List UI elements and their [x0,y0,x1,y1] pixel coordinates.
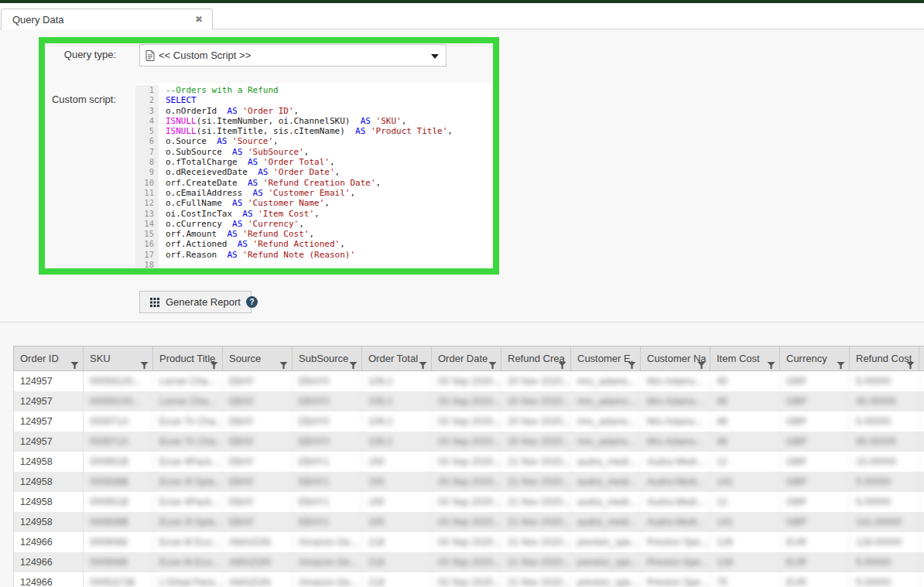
redacted-cell: 20 Nov 2020... [501,391,571,411]
redacted-cell: preston_spe... [571,552,641,572]
filter-icon[interactable] [767,354,775,370]
table-row[interactable]: 12495700059100...Lerner Cha...EBAYEBAY01… [14,391,924,411]
redacted-cell: Amazon Ge... [293,552,362,572]
table-row[interactable]: 124957000971AEcoe Tri Cha...EBAYEBAY0106… [14,432,924,452]
redacted-cell: GBP [780,452,850,472]
redacted-cell: Amazon Ge... [293,572,362,587]
column-header-order-date[interactable]: Order Date [432,346,501,370]
redacted-cell: 000938B [84,512,153,532]
column-header-subsource[interactable]: SubSource [293,346,362,370]
code-text: o.cFullName AS 'Customer Name', [159,198,330,208]
filter-icon[interactable] [279,354,288,370]
help-icon[interactable]: ? [246,296,258,308]
column-header-refund-cost[interactable]: Refund Cost [850,346,919,370]
results-section: Order IDSKUProduct TitleSourceSubSourceO… [0,323,924,587]
column-header-refund-crea[interactable]: Refund Crea [501,346,571,370]
redacted-cell: 00059100... [84,391,153,411]
column-header-sku[interactable]: SKU [84,346,153,370]
custom-script-editor[interactable]: 1--Orders with a Refund2SELECT3o.nOrderI… [135,84,499,269]
redacted-cell: 000971A [84,432,153,452]
table-row[interactable]: 1249660009068Ecoe 8t Eco...AMAZONAmazon … [14,532,924,552]
query-type-dropdown[interactable]: << Custom Script >> [139,44,447,67]
line-number: 10 [135,178,159,188]
filter-icon[interactable] [906,354,915,370]
redacted-cell [919,452,924,472]
redacted-cell: 03 Sep 2020... [432,472,501,492]
order-id-cell: 124958 [14,492,84,512]
redacted-cell: 141 [710,472,780,492]
column-header-label: Order Date [438,353,488,364]
redacted-cell: audra_medi... [571,472,641,492]
filter-icon[interactable] [488,354,497,370]
redacted-cell: Preston Spe... [641,532,710,552]
redacted-cell: 21 Nov 2020... [501,512,571,532]
column-header-item-cost[interactable]: Item Cost [710,346,780,370]
code-line: 9o.dReceievedDate AS 'Order Date', [135,167,499,177]
table-row[interactable]: 124958000951BEcoe 4Pack...EBAYEBAY115003… [14,492,924,512]
redacted-cell: 03 Sep 2020... [432,371,501,391]
redacted-cell: Mrs Adams... [641,432,710,452]
redacted-cell: EBAY0 [293,411,362,432]
grid-body: 12495700059100...Lerner Cha...EBAYEBAY01… [13,371,924,587]
table-row[interactable]: 12495700059100...Lerner Cha...EBAYEBAY01… [14,371,924,391]
redacted-cell: 150 [362,512,432,532]
generate-report-button[interactable]: Generate Report [139,291,252,313]
redacted-cell: 03 Sep 2020... [432,391,501,411]
redacted-cell: Mrs Adams... [641,391,710,411]
redacted-cell: GBP [780,391,850,411]
redacted-cell: 000951B [84,492,153,512]
column-header-product-title[interactable]: Product Title [153,346,223,370]
code-line: 17orf.Reason AS 'Refund Note (Reason)' [135,250,499,260]
filter-icon[interactable] [419,354,427,370]
table-row[interactable]: 124958000938BEcoe 3t Spla...EBAYEBAY1150… [14,472,924,492]
code-line: 4ISNULL(si.ItemNumber, oi.ChannelSKU) AS… [135,116,499,126]
redacted-cell: 128 [710,552,780,572]
column-header-order-id[interactable]: Order ID [14,346,84,370]
redacted-cell: 21 Nov 2020... [501,492,571,512]
line-number: 6 [135,136,159,146]
filter-icon[interactable] [697,354,706,370]
query-type-value: << Custom Script >> [159,49,251,61]
line-number: 12 [135,198,159,208]
column-header-order-total[interactable]: Order Total [362,346,432,370]
column-header-customer-e[interactable]: Customer E. [571,346,641,370]
filter-icon[interactable] [558,354,566,370]
tab-query-data[interactable]: Query Data ✖ [1,9,213,29]
redacted-cell: EBAY [223,371,293,391]
redacted-cell: Ecoe 4Pack... [153,492,223,512]
line-number: 13 [135,209,159,219]
line-number: 7 [135,147,159,157]
redacted-cell: 218 [362,552,432,572]
chevron-down-icon [431,54,439,59]
table-row[interactable]: 1249660009068Ecoe 8t Eco...AMAZONAmazon … [14,552,924,572]
redacted-cell: EBAY [223,452,293,472]
column-header-source[interactable]: Source [223,346,293,370]
column-header-refund-act[interactable]: Refund Act [919,346,924,370]
close-icon[interactable]: ✖ [195,13,203,26]
redacted-cell: 000938B [84,472,153,492]
filter-icon[interactable] [628,354,636,370]
table-row[interactable]: 124958000951BEcoe 4Pack...EBAYEBAY115003… [14,452,924,472]
redacted-cell [919,532,924,552]
line-number: 14 [135,219,159,229]
line-number: 11 [135,188,159,198]
redacted-cell: EBAY [223,472,293,492]
filter-icon[interactable] [210,354,218,370]
redacted-cell: 75 [710,572,780,587]
column-header-currency[interactable]: Currency [780,346,850,370]
filter-icon[interactable] [349,354,358,370]
redacted-cell: 20 Nov 2020... [501,411,571,432]
code-line: 3o.nOrderId AS 'Order ID', [135,106,499,116]
table-row[interactable]: 124958000938BEcoe 3t Spla...EBAYEBAY1150… [14,512,924,532]
column-header-customer-na[interactable]: Customer Na [641,346,710,370]
redacted-cell: 45.00000 [850,391,919,411]
table-row[interactable]: 124957000971AEcoe Tri Cha...EBAYEBAY0106… [14,411,924,432]
redacted-cell: Lerner Cha... [153,371,223,391]
filter-icon[interactable] [70,354,79,370]
table-row[interactable]: 12496600052(7)BL'Orbal Pans...AMAZONAmaz… [14,572,924,587]
redacted-cell: GBP [780,411,850,432]
filter-icon[interactable] [837,354,845,370]
redacted-cell: 21 Nov 2020... [501,452,571,472]
filter-icon[interactable] [140,354,149,370]
redacted-cell [919,512,924,532]
